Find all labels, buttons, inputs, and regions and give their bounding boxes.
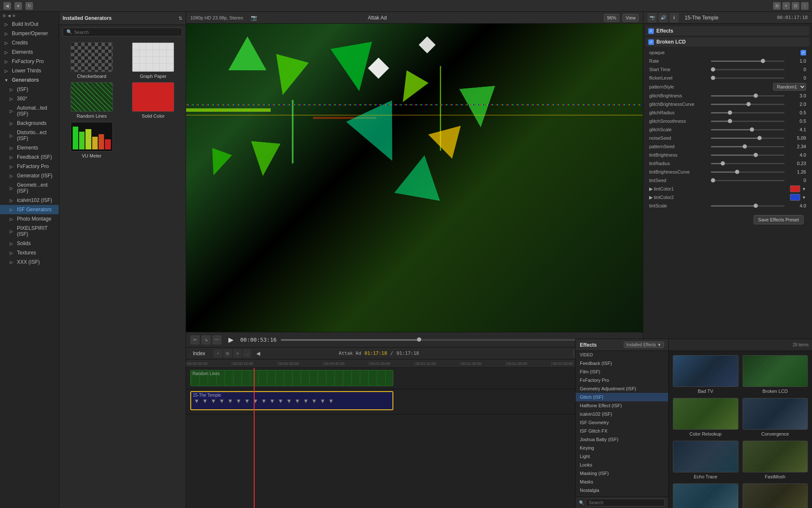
effect-card-4[interactable]: Echo Trace bbox=[673, 441, 738, 479]
tint-color2-expand[interactable]: ▼ bbox=[802, 195, 806, 200]
tint-color1-swatch[interactable] bbox=[790, 185, 800, 192]
inspector-icon-audio[interactable]: 🔊 bbox=[658, 13, 668, 22]
param-slider-thumb-tint-seed[interactable] bbox=[711, 178, 715, 182]
search-input[interactable] bbox=[74, 30, 178, 35]
sidebar-item-generators[interactable]: ▼ Generators bbox=[0, 75, 59, 85]
effect-card-3[interactable]: Convergence bbox=[743, 398, 808, 436]
tint-color1-expand[interactable]: ▼ bbox=[802, 187, 806, 191]
sidebar-item-elements2[interactable]: ▷ Elements bbox=[0, 143, 59, 152]
sidebar-item-lower-thirds[interactable]: ▷ Lower Thirds bbox=[0, 66, 59, 75]
timeline-collapse[interactable]: ◀ bbox=[256, 351, 260, 356]
effect-card-7[interactable]: Glitch Shifter bbox=[743, 483, 808, 508]
gen-item-graph-paper[interactable]: Graph Paper bbox=[124, 42, 183, 79]
param-slider-thumb-glitch-brightness-curve[interactable] bbox=[746, 102, 751, 106]
effects-cat-0[interactable]: Feedback (ISF) bbox=[576, 359, 668, 367]
pattern-style-dropdown[interactable]: Random1 bbox=[773, 83, 806, 91]
param-slider-rate[interactable] bbox=[711, 61, 785, 62]
param-slider-tint-scale[interactable] bbox=[711, 205, 785, 207]
gen-item-checkerboard[interactable]: Checkerboard bbox=[63, 42, 121, 79]
progress-thumb[interactable] bbox=[417, 337, 421, 342]
effects-checkbox[interactable]: ✓ bbox=[648, 28, 654, 34]
sidebar-item-pixelspirit[interactable]: ▷ PIXELSPIRIT (ISF) bbox=[0, 224, 59, 239]
opaque-checkbox[interactable]: ✓ bbox=[801, 50, 806, 55]
param-slider-thumb-tint-scale[interactable] bbox=[754, 204, 758, 208]
sidebar-item-icalvin[interactable]: ▷ icalvin102 (ISF) bbox=[0, 196, 59, 205]
sidebar-item-xxx-isf[interactable]: ▷ XXX (ISF) bbox=[0, 257, 59, 267]
param-slider-thumb-tint-brightness[interactable] bbox=[754, 153, 758, 157]
sidebar-item-solids[interactable]: ▷ Solids bbox=[0, 239, 59, 248]
gen-item-random-lines[interactable]: Random Lines bbox=[63, 82, 121, 119]
broken-lcd-checkbox[interactable]: ✓ bbox=[648, 39, 654, 45]
effect-card-6[interactable]: Glitch Morph bbox=[673, 483, 738, 508]
playhead[interactable] bbox=[254, 368, 255, 508]
param-slider-thumb-glitch-radius[interactable] bbox=[728, 110, 732, 115]
param-slider-start-time[interactable] bbox=[711, 69, 785, 70]
effects-cat-13[interactable]: Masking (ISF) bbox=[576, 469, 668, 478]
refresh-icon[interactable]: ↻ bbox=[25, 2, 33, 10]
tl-icon-list[interactable]: ≡ bbox=[233, 349, 241, 358]
inspector-icon-info[interactable]: ℹ bbox=[669, 13, 679, 22]
param-slider-tint-seed[interactable] bbox=[711, 180, 785, 181]
effects-cat-4[interactable]: Glitch (ISF) bbox=[576, 393, 668, 401]
tint-color2-swatch[interactable] bbox=[790, 194, 800, 201]
sidebar-item-credits[interactable]: ▷ Credits bbox=[0, 38, 59, 47]
param-slider-tint-radius[interactable] bbox=[711, 163, 785, 164]
view-button[interactable]: View bbox=[623, 14, 639, 22]
effects-cat-14[interactable]: Masks bbox=[576, 478, 668, 486]
param-slider-glitch-smoothness[interactable] bbox=[711, 121, 785, 122]
param-slider-tint-brightness[interactable] bbox=[711, 155, 785, 156]
effects-cat-9[interactable]: Joshua Batty (ISF) bbox=[576, 435, 668, 444]
sort-icon[interactable]: ⇅ bbox=[178, 16, 182, 21]
installed-effects-btn[interactable]: Installed Effects ▼ bbox=[624, 342, 664, 348]
param-slider-glitch-brightness-curve[interactable] bbox=[711, 104, 785, 105]
tl-icon-add[interactable]: + bbox=[214, 349, 222, 358]
sidebar-item-bumper[interactable]: ▷ Bumper/Opener bbox=[0, 29, 59, 38]
back-icon[interactable]: ◀ bbox=[3, 2, 11, 10]
param-slider-thumb-rate[interactable] bbox=[761, 59, 765, 63]
sidebar-item-fxfactory[interactable]: ▷ FxFactory Pro bbox=[0, 57, 59, 66]
sidebar-item-fxfactory2[interactable]: ▷ FxFactory Pro bbox=[0, 162, 59, 171]
sidebar-item-automated[interactable]: ▷ Automat...ted (ISF) bbox=[0, 103, 59, 119]
adjust-icon[interactable]: ⊟ bbox=[792, 2, 799, 10]
sidebar-item-backgrounds[interactable]: ▷ Backgrounds bbox=[0, 119, 59, 128]
transport-wave[interactable]: 〰 bbox=[212, 335, 222, 345]
effects-cat-10[interactable]: Keying bbox=[576, 444, 668, 452]
sidebar-item-elements[interactable]: ▷ Elements bbox=[0, 47, 59, 57]
param-slider-noise-seed[interactable] bbox=[711, 138, 785, 139]
effect-card-2[interactable]: Color Relookup bbox=[673, 398, 738, 436]
gen-item-solid-color[interactable]: Solid Color bbox=[124, 82, 183, 119]
param-slider-thumb-tint-radius[interactable] bbox=[721, 161, 725, 166]
grid-icon[interactable]: ⊞ bbox=[773, 2, 781, 10]
effects-cat-8[interactable]: ISF Glitch FX bbox=[576, 427, 668, 435]
share-icon[interactable]: ↑ bbox=[801, 2, 809, 10]
play-button[interactable]: ▶ bbox=[226, 335, 236, 345]
inspector-icon-video[interactable]: 📷 bbox=[647, 13, 657, 22]
effects-cat-2[interactable]: FxFactory Pro bbox=[576, 376, 668, 384]
list-icon[interactable]: ≡ bbox=[782, 2, 790, 10]
sidebar-item-isf[interactable]: ▷ (ISF) bbox=[0, 85, 59, 94]
effect-card-0[interactable]: Bad TV bbox=[673, 355, 738, 394]
transport-crop[interactable]: ✂ bbox=[190, 335, 200, 345]
sidebar-item-360[interactable]: ▷ 360° bbox=[0, 94, 59, 103]
sidebar-item-distortion[interactable]: ▷ Distortio...ect (ISF) bbox=[0, 128, 59, 143]
save-preset-button[interactable]: Save Effects Preset bbox=[754, 215, 804, 224]
param-slider-glitch-brightness[interactable] bbox=[711, 95, 785, 97]
param-slider-glitch-scale[interactable] bbox=[711, 129, 785, 130]
effects-search-input[interactable] bbox=[586, 499, 665, 506]
effects-cat-12[interactable]: Looks bbox=[576, 461, 668, 469]
param-slider-glitch-radius[interactable] bbox=[711, 112, 785, 113]
param-slider-flicker[interactable] bbox=[711, 77, 785, 79]
param-slider-tint-brightness-curve[interactable] bbox=[711, 171, 785, 173]
gen-item-vu-meter[interactable]: VU Meter bbox=[63, 122, 121, 158]
sidebar-item-isf-generators[interactable]: ▷ ISF Generators bbox=[0, 205, 59, 214]
sidebar-item-geometry[interactable]: ▷ Geometr...ent (ISF) bbox=[0, 180, 59, 196]
effect-card-5[interactable]: FastMosh bbox=[743, 441, 808, 479]
param-slider-thumb-flicker[interactable] bbox=[711, 76, 715, 80]
clip-block-the-temple[interactable]: 15-The Temple ▼ ▼ ▼ ▼ ▼ ▼ ▼ ▼ ▼ bbox=[190, 391, 393, 410]
effects-cat-1[interactable]: Film (ISF) bbox=[576, 367, 668, 376]
param-slider-thumb-tint-brightness-curve[interactable] bbox=[735, 170, 739, 174]
effects-cat-7[interactable]: ISF Geometry bbox=[576, 418, 668, 427]
sidebar-item-build-in-out[interactable]: ▷ Build In/Out bbox=[0, 19, 59, 29]
param-slider-thumb-pattern-seed[interactable] bbox=[743, 144, 747, 149]
sidebar-item-generator-isf[interactable]: ▷ Generator (ISF) bbox=[0, 171, 59, 180]
